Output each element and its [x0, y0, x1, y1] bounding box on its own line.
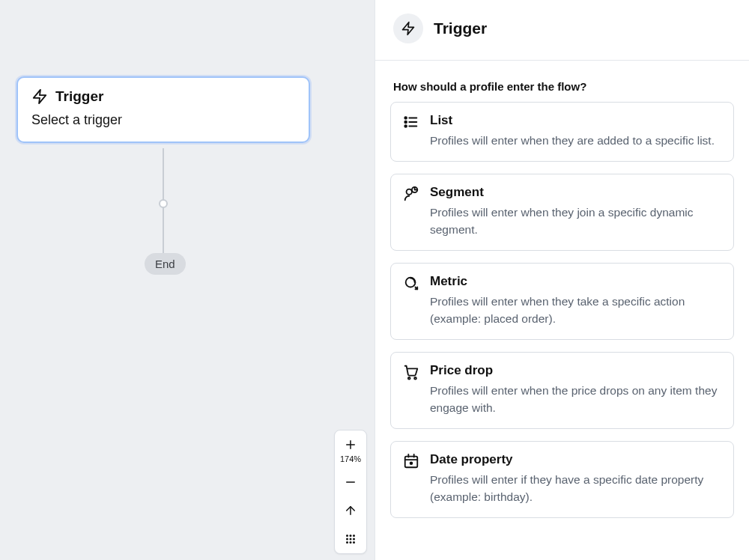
- option-title: Metric: [430, 274, 721, 289]
- panel-header-icon-wrap: [393, 13, 423, 43]
- panel-body: How should a profile enter the flow? Lis…: [375, 61, 749, 539]
- svg-point-12: [350, 541, 352, 544]
- zoom-toolbar: 174%: [334, 430, 367, 554]
- option-description: Profiles will enter when they take a spe…: [430, 293, 721, 327]
- metric-icon: [403, 275, 419, 291]
- panel-title: Trigger: [434, 19, 487, 37]
- price-drop-icon: [403, 364, 419, 380]
- zoom-level-label: 174%: [335, 454, 366, 468]
- date-property-icon: [403, 453, 419, 469]
- svg-point-8: [346, 538, 348, 541]
- svg-marker-14: [403, 22, 414, 35]
- panel-header: Trigger: [375, 0, 749, 61]
- trigger-config-panel: Trigger How should a profile enter the f…: [374, 0, 749, 560]
- option-description: Profiles will enter when the price drops…: [430, 383, 721, 416]
- bolt-icon: [401, 21, 416, 36]
- svg-point-24: [408, 377, 410, 380]
- option-title: Date property: [430, 452, 721, 467]
- zoom-out-button[interactable]: [335, 468, 366, 496]
- trigger-option-price-drop[interactable]: Price drop Profiles will enter when the …: [390, 352, 734, 429]
- svg-point-25: [414, 377, 416, 380]
- bolt-icon: [31, 88, 48, 105]
- option-title: Segment: [430, 185, 721, 200]
- trigger-option-list[interactable]: List Profiles will enter when they are a…: [390, 102, 734, 162]
- option-title: Price drop: [430, 363, 721, 378]
- option-description: Profiles will enter when they join a spe…: [430, 204, 721, 238]
- svg-point-15: [404, 117, 407, 119]
- svg-point-21: [407, 189, 412, 195]
- svg-marker-0: [34, 90, 46, 103]
- connector-add-node[interactable]: [159, 199, 168, 208]
- trigger-node-card[interactable]: Trigger Select a trigger: [16, 76, 310, 143]
- trigger-option-date-property[interactable]: Date property Profiles will enter if the…: [390, 441, 734, 518]
- flow-canvas[interactable]: Trigger Select a trigger End 174%: [0, 0, 374, 560]
- svg-point-11: [346, 541, 348, 544]
- svg-point-30: [410, 463, 413, 465]
- panel-question: How should a profile enter the flow?: [393, 80, 731, 93]
- svg-point-19: [404, 125, 407, 127]
- option-description: Profiles will enter when they are added …: [430, 133, 715, 149]
- option-description: Profiles will enter if they have a speci…: [430, 472, 721, 505]
- trigger-option-metric[interactable]: Metric Profiles will enter when they tak…: [390, 263, 734, 340]
- trigger-node-header: Trigger: [31, 88, 295, 105]
- svg-point-5: [346, 535, 348, 537]
- svg-point-9: [350, 538, 352, 541]
- trigger-option-segment[interactable]: Segment Profiles will enter when they jo…: [390, 174, 734, 251]
- minimap-button[interactable]: [335, 525, 366, 553]
- svg-point-13: [353, 541, 355, 544]
- fit-to-screen-button[interactable]: [335, 496, 366, 525]
- segment-icon: [403, 186, 419, 202]
- option-title: List: [430, 113, 715, 128]
- trigger-node-title: Trigger: [55, 88, 103, 105]
- svg-point-17: [404, 121, 407, 124]
- list-icon: [403, 114, 419, 130]
- flow-end-node: End: [145, 253, 186, 275]
- trigger-node-subtitle: Select a trigger: [31, 112, 295, 128]
- svg-point-7: [353, 535, 355, 537]
- svg-point-6: [350, 535, 352, 537]
- svg-point-10: [353, 538, 355, 541]
